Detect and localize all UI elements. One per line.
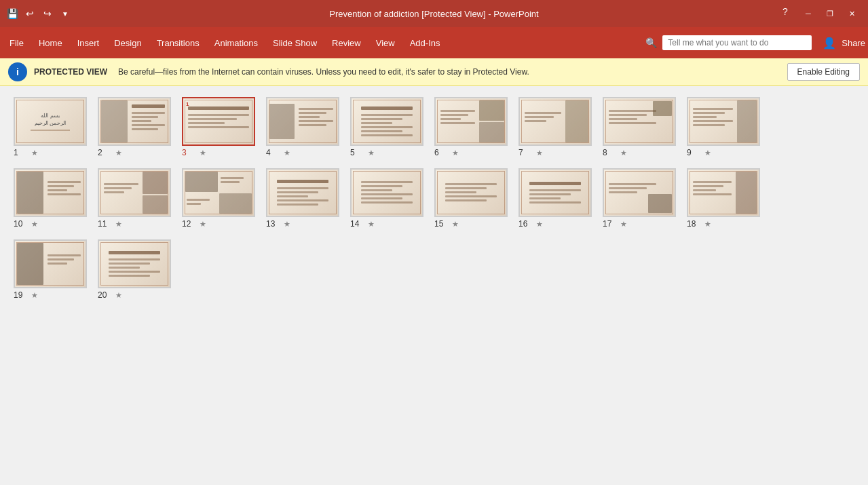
slide-star[interactable]: ★ [200, 220, 206, 229]
slide-star[interactable]: ★ [620, 220, 627, 229]
slide-star[interactable]: ★ [31, 149, 38, 157]
slide-item[interactable]: 11 ★ [98, 168, 171, 229]
slide-thumbnail[interactable] [266, 168, 339, 217]
slide-thumbnail[interactable] [434, 97, 508, 146]
save-icon[interactable]: 💾 [5, 7, 19, 20]
slide-item[interactable]: 16 ★ [518, 168, 592, 229]
slide-thumbnail[interactable] [687, 168, 760, 217]
slide-star[interactable]: ★ [368, 220, 375, 229]
slide-thumbnail[interactable] [518, 97, 592, 146]
slide-star[interactable]: ★ [284, 220, 290, 229]
slide-star[interactable]: ★ [536, 220, 543, 229]
slide-thumbnail[interactable] [182, 168, 255, 217]
slide-item[interactable]: 2 ★ [98, 97, 171, 157]
slide-star[interactable]: ★ [368, 149, 375, 157]
slide-item[interactable]: 5 ★ [350, 97, 423, 157]
slide-item[interactable]: 20 ★ [98, 239, 171, 300]
slide-item[interactable]: 18 ★ [687, 168, 760, 229]
menu-view[interactable]: View [369, 30, 402, 56]
slide-grid: بسم اللهالرحمن الرحيم 1 ★ [0, 86, 868, 480]
slide-caption: 2 ★ [98, 148, 122, 157]
protected-view-bar: i PROTECTED VIEW Be careful—files from t… [0, 58, 868, 86]
slide-thumbnail[interactable] [266, 97, 339, 146]
enable-editing-button[interactable]: Enable Editing [787, 63, 860, 81]
undo-icon[interactable]: ↩ [23, 7, 37, 20]
slide-thumbnail[interactable] [350, 168, 423, 217]
menu-slideshow[interactable]: Slide Show [266, 30, 324, 56]
slide-star[interactable]: ★ [200, 149, 206, 157]
slide-item[interactable]: 9 ★ [687, 97, 760, 157]
slide-item[interactable]: 19 ★ [14, 239, 87, 300]
menu-transitions[interactable]: Transitions [150, 30, 206, 56]
slide-item[interactable]: 12 ★ [182, 168, 255, 229]
menu-home[interactable]: Home [32, 30, 69, 56]
slide-thumbnail[interactable] [14, 239, 87, 288]
customize-icon[interactable]: ▼ [58, 7, 72, 20]
slide-thumbnail[interactable] [98, 239, 171, 288]
menu-file[interactable]: File [3, 30, 31, 56]
slide-item[interactable]: 7 ★ [518, 97, 592, 157]
slide-item[interactable]: 8 ★ [603, 97, 676, 157]
slide-thumbnail[interactable] [350, 97, 423, 146]
slide-number: 16 [518, 219, 533, 229]
slide-number: 20 [98, 290, 113, 300]
slide-thumbnail[interactable] [98, 168, 171, 217]
redo-icon[interactable]: ↪ [41, 7, 54, 20]
slide-star[interactable]: ★ [115, 220, 122, 229]
slide-star[interactable]: ★ [31, 220, 38, 229]
slide-caption: 9 ★ [687, 148, 711, 157]
slide-thumbnail[interactable] [434, 168, 508, 217]
minimize-button[interactable]: ─ [797, 5, 819, 22]
slide-item[interactable]: 6 ★ [434, 97, 508, 157]
slide-caption: 10 ★ [14, 219, 38, 229]
slide-thumbnail[interactable] [98, 97, 171, 146]
slide-caption: 18 ★ [687, 219, 711, 229]
menu-animations[interactable]: Animations [208, 30, 265, 56]
menu-insert[interactable]: Insert [71, 30, 107, 56]
slide-item[interactable]: 10 ★ [14, 168, 87, 229]
slide-star[interactable]: ★ [704, 220, 711, 229]
slide-item[interactable]: 15 ★ [434, 168, 508, 229]
close-button[interactable]: ✕ [841, 5, 863, 22]
restore-button[interactable]: ❐ [819, 5, 841, 22]
menu-review[interactable]: Review [325, 30, 368, 56]
slide-caption: 1 ★ [14, 148, 38, 157]
protected-view-badge: PROTECTED VIEW [34, 67, 107, 77]
slide-star[interactable]: ★ [620, 149, 627, 157]
slide-caption: 8 ★ [603, 148, 627, 157]
slide-item[interactable]: 4 ★ [266, 97, 339, 157]
slide-item[interactable]: بسم اللهالرحمن الرحيم 1 ★ [14, 97, 87, 157]
tell-me-input[interactable] [662, 35, 812, 50]
slide-caption: 19 ★ [14, 290, 38, 300]
slide-star[interactable]: ★ [536, 149, 543, 157]
slide-caption: 15 ★ [434, 219, 459, 229]
menu-addins[interactable]: Add-Ins [403, 30, 447, 56]
help-icon[interactable]: ? [778, 5, 792, 18]
slide-thumbnail[interactable]: 1 [182, 97, 255, 146]
slide-caption: 4 ★ [266, 148, 290, 157]
slide-star[interactable]: ★ [115, 291, 122, 300]
slide-item[interactable]: 14 ★ [350, 168, 423, 229]
slide-item[interactable]: 1 3 ★ [182, 97, 255, 157]
slide-number: 17 [603, 219, 618, 229]
share-label[interactable]: Share [842, 38, 865, 48]
slide-star[interactable]: ★ [284, 149, 290, 157]
slide-star[interactable]: ★ [704, 149, 711, 157]
slide-star[interactable]: ★ [115, 149, 122, 157]
slide-thumbnail[interactable]: بسم اللهالرحمن الرحيم [14, 97, 87, 146]
slide-thumbnail[interactable] [518, 168, 592, 217]
slide-thumbnail[interactable] [603, 168, 676, 217]
slide-thumbnail[interactable] [14, 168, 87, 217]
slide-star[interactable]: ★ [31, 291, 38, 300]
slide-item[interactable]: 17 ★ [603, 168, 676, 229]
slide-row-2: 10 ★ [14, 168, 854, 229]
menu-design[interactable]: Design [107, 30, 148, 56]
slide-thumbnail[interactable] [687, 97, 760, 146]
slide-caption: 16 ★ [518, 219, 543, 229]
slide-star[interactable]: ★ [452, 220, 459, 229]
slide-star[interactable]: ★ [452, 149, 459, 157]
slide-number: 11 [98, 219, 113, 229]
slide-number: 14 [350, 219, 365, 229]
slide-item[interactable]: 13 ★ [266, 168, 339, 229]
slide-thumbnail[interactable] [603, 97, 676, 146]
